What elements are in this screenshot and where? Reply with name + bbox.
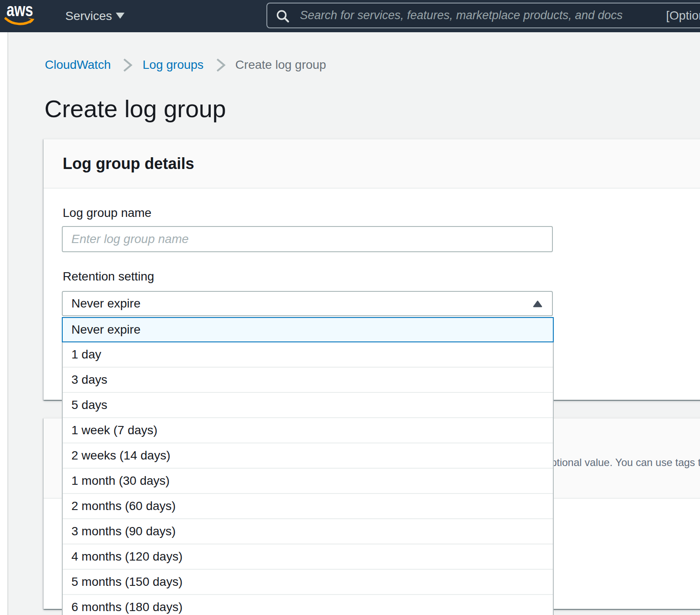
- dropdown-option[interactable]: 6 months (180 days): [63, 595, 553, 615]
- dropdown-option[interactable]: 1 week (7 days): [63, 418, 553, 443]
- card-header: Log group details: [44, 139, 700, 189]
- breadcrumb: CloudWatch Log groups Create log group: [45, 57, 326, 73]
- dropdown-option-label: Never expire: [71, 323, 141, 337]
- dropdown-option[interactable]: 2 weeks (14 days): [63, 443, 553, 469]
- dropdown-option[interactable]: 5 days: [63, 393, 553, 418]
- breadcrumb-cloudwatch[interactable]: CloudWatch: [45, 58, 111, 72]
- services-caret-down-icon: [116, 13, 125, 19]
- dropdown-option-label: 3 days: [71, 373, 108, 387]
- dropdown-option-label: 1 week (7 days): [71, 423, 158, 437]
- card-heading: Log group details: [63, 155, 194, 173]
- dropdown-option-label: 4 months (120 days): [71, 550, 182, 564]
- page-title: Create log group: [44, 97, 226, 121]
- dropdown-option-label: 5 days: [71, 398, 108, 412]
- dropdown-option[interactable]: 1 day: [63, 342, 553, 368]
- log-group-name-label: Log group name: [63, 206, 151, 220]
- dropdown-option-label: 6 months (180 days): [71, 600, 182, 614]
- retention-select[interactable]: Never expire: [62, 291, 553, 316]
- top-navigation-bar: aws Services Search for services, featur…: [0, 0, 700, 32]
- dropdown-option[interactable]: 3 months (90 days): [63, 519, 553, 544]
- dropdown-option-label: 2 months (60 days): [71, 499, 176, 513]
- dropdown-option-label: 2 weeks (14 days): [71, 449, 170, 463]
- dropdown-option[interactable]: 1 month (30 days): [63, 469, 553, 494]
- breadcrumb-chevron-icon: [215, 57, 226, 73]
- search-shortcut-hint: [Option+S]: [666, 9, 700, 23]
- dropdown-option[interactable]: 5 months (150 days): [63, 570, 553, 595]
- services-menu[interactable]: Services: [65, 0, 112, 32]
- retention-setting-label: Retention setting: [63, 270, 154, 284]
- breadcrumb-current: Create log group: [236, 58, 326, 72]
- dropdown-option[interactable]: 3 days: [63, 368, 553, 393]
- dropdown-option[interactable]: 2 months (60 days): [63, 494, 553, 519]
- dropdown-option[interactable]: 4 months (120 days): [63, 544, 553, 570]
- search-box[interactable]: Search for services, features, marketpla…: [266, 3, 700, 28]
- aws-logo[interactable]: aws: [0, 0, 42, 30]
- search-icon: [276, 8, 291, 23]
- collapsed-side-panel: [0, 32, 8, 615]
- log-group-name-input[interactable]: [62, 226, 553, 252]
- breadcrumb-log-groups[interactable]: Log groups: [142, 58, 203, 72]
- dropdown-option-label: 3 months (90 days): [71, 524, 176, 538]
- breadcrumb-chevron-icon: [122, 57, 133, 73]
- dropdown-option-label: 1 day: [71, 348, 101, 362]
- search-placeholder: Search for services, features, marketpla…: [300, 9, 623, 22]
- services-label: Services: [65, 9, 112, 23]
- retention-dropdown-list: Never expire 1 day 3 days 5 days 1 week …: [62, 317, 554, 615]
- select-caret-up-icon: [533, 300, 542, 308]
- svg-text:aws: aws: [7, 0, 33, 20]
- dropdown-option-label: 5 months (150 days): [71, 575, 182, 589]
- aws-console-page: aws Services Search for services, featur…: [0, 0, 700, 615]
- dropdown-option-label: 1 month (30 days): [71, 474, 170, 488]
- dropdown-option-selected[interactable]: Never expire: [62, 317, 554, 342]
- retention-select-value: Never expire: [71, 297, 141, 311]
